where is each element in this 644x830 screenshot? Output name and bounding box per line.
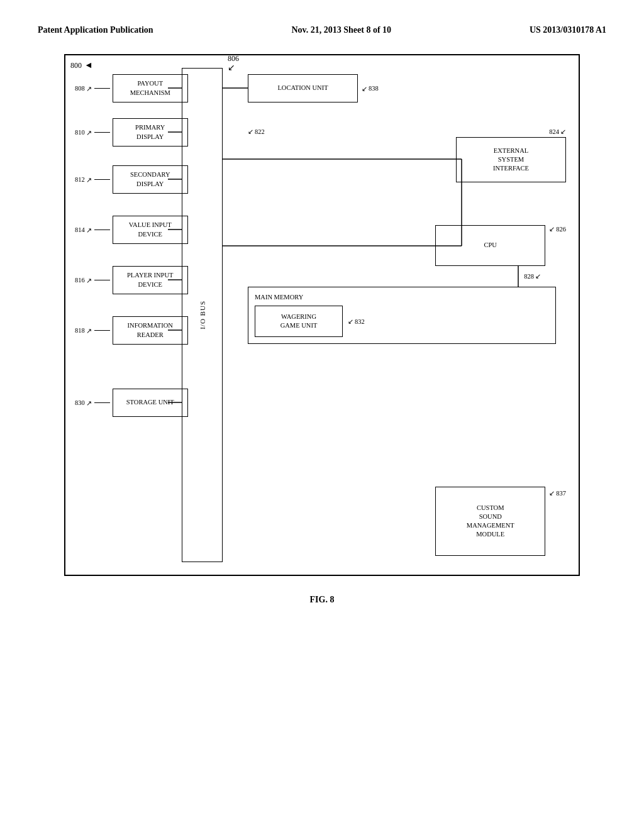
- external-system-box: EXTERNAL SYSTEM INTERFACE: [456, 137, 566, 182]
- value-input-box: VALUE INPUT DEVICE: [113, 216, 188, 244]
- ref-814: 814 ↗: [75, 226, 92, 234]
- main-memory-box: MAIN MEMORY WAGERING GAME UNIT ↙ 832: [248, 287, 556, 344]
- arrow-830-icon: ↗: [86, 399, 92, 407]
- player-input-box: PLAYER INPUT DEVICE: [113, 266, 188, 294]
- ref-818: 818 ↗: [75, 327, 92, 335]
- line-830: [94, 402, 110, 404]
- line-818: [94, 330, 110, 331]
- information-reader-box: INFORMATION READER: [113, 316, 188, 345]
- curved-837-icon: ↙: [549, 489, 555, 497]
- storage-unit-box: STORAGE UNIT: [113, 389, 188, 417]
- curved-838-icon: ↙: [362, 85, 367, 92]
- main-memory-label: MAIN MEMORY: [255, 294, 549, 301]
- payout-mechanism-box: PAYOUT MECHANISM: [113, 74, 188, 102]
- cpu-area: CPU ↙ 826: [435, 225, 566, 266]
- diagram-area: 800 ◄ 806 ↙ 808 ↗ PAYOUT MECHANISM: [64, 54, 580, 576]
- header-date-sheet: Nov. 21, 2013 Sheet 8 of 10: [291, 25, 391, 35]
- ref-824-label: 824 ↙: [549, 128, 566, 135]
- wagering-game-area: WAGERING GAME UNIT ↙ 832: [255, 306, 549, 337]
- location-unit-area: LOCATION UNIT ↙ 838: [248, 74, 379, 102]
- ref-837: ↙ 837: [549, 489, 566, 497]
- ref-828-label: 828 ↙: [524, 272, 541, 280]
- payout-mechanism-row: 808 ↗ PAYOUT MECHANISM: [75, 74, 188, 102]
- wagering-game-box: WAGERING GAME UNIT: [255, 306, 343, 337]
- curved-822-icon: ↙: [248, 128, 253, 135]
- arrow-816-icon: ↗: [86, 277, 92, 284]
- arrow-808-icon: ↗: [86, 85, 92, 92]
- curved-828-icon: ↙: [535, 272, 541, 280]
- io-bus-label: I/O BUS: [199, 301, 206, 329]
- line-810: [94, 132, 110, 133]
- storage-unit-row: 830 ↗ STORAGE UNIT: [75, 389, 188, 417]
- ref-832: ↙ 832: [348, 318, 365, 325]
- ref-810: 810 ↗: [75, 129, 92, 136]
- page: Patent Application Publication Nov. 21, …: [0, 0, 644, 830]
- curved-824-icon: ↙: [560, 128, 566, 135]
- curved-832-icon: ↙: [348, 318, 353, 325]
- cpu-box: CPU: [435, 225, 545, 266]
- line-808: [94, 88, 110, 89]
- primary-display-box: PRIMARY DISPLAY: [113, 118, 188, 147]
- ext-sys-area: EXTERNAL SYSTEM INTERFACE: [456, 137, 566, 182]
- arrow-812-icon: ↗: [86, 176, 92, 184]
- line-816: [94, 280, 110, 281]
- location-unit-box: LOCATION UNIT: [248, 74, 358, 102]
- information-reader-row: 818 ↗ INFORMATION READER: [75, 316, 188, 345]
- line-812: [94, 179, 110, 180]
- arrow-810-icon: ↗: [86, 129, 92, 136]
- ref-838: ↙ 838: [362, 85, 379, 92]
- ref-822-label: ↙ 822: [248, 128, 265, 135]
- primary-display-row: 810 ↗ PRIMARY DISPLAY: [75, 118, 188, 147]
- value-input-row: 814 ↗ VALUE INPUT DEVICE: [75, 216, 188, 244]
- ref-816: 816 ↗: [75, 277, 92, 284]
- custom-sound-box: CUSTOM SOUND MANAGEMENT MODULE: [435, 487, 545, 556]
- ref-812: 812 ↗: [75, 176, 92, 184]
- line-814: [94, 230, 110, 231]
- header-publication: Patent Application Publication: [38, 25, 153, 35]
- secondary-display-box: SECONDARY DISPLAY: [113, 165, 188, 194]
- player-input-row: 816 ↗ PLAYER INPUT DEVICE: [75, 266, 188, 294]
- ref-826: ↙ 826: [549, 225, 566, 233]
- io-bus-box: I/O BUS: [182, 68, 223, 562]
- ref-808: 808 ↗: [75, 85, 92, 92]
- arrow-814-icon: ↗: [86, 226, 92, 234]
- ref-830: 830 ↗: [75, 399, 92, 407]
- outer-box: 808 ↗ PAYOUT MECHANISM 810 ↗ PRIMARY DIS…: [64, 54, 580, 576]
- curved-826-icon: ↙: [549, 225, 555, 233]
- header-patent-number: US 2013/0310178 A1: [530, 25, 606, 35]
- arrow-818-icon: ↗: [86, 327, 92, 335]
- figure-caption: FIG. 8: [38, 595, 606, 605]
- custom-sound-area: CUSTOM SOUND MANAGEMENT MODULE ↙ 837: [435, 487, 566, 556]
- page-header: Patent Application Publication Nov. 21, …: [38, 25, 606, 35]
- secondary-display-row: 812 ↗ SECONDARY DISPLAY: [75, 165, 188, 194]
